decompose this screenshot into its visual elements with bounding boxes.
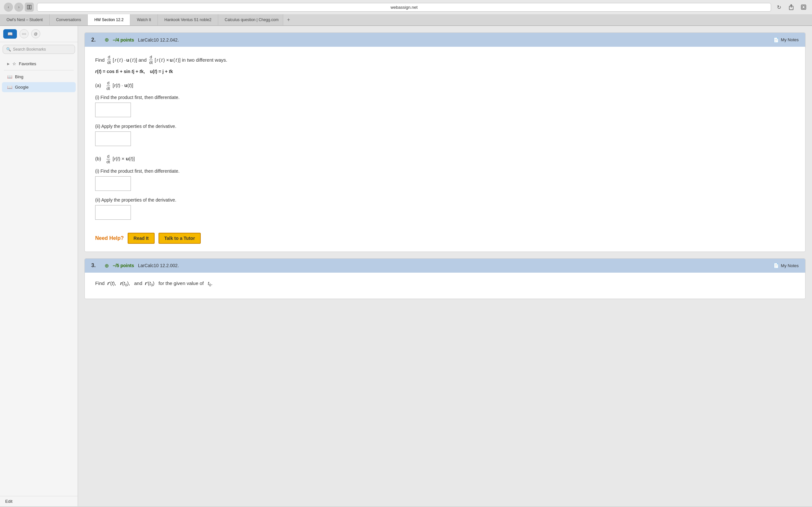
sidebar-item-bing[interactable]: 📖 Bing [2, 72, 76, 82]
part-b-ii-label: (ii) Apply the properties of the derivat… [95, 198, 795, 203]
sidebar-item-google-label: Google [15, 85, 29, 90]
part-b-label: (b) ddt [r(t) × u(t)] [95, 154, 795, 164]
fraction-d-dt-1: ddt [107, 55, 111, 65]
question-3-body: Find r′(t), r(t0), and r′(t0) for the gi… [85, 273, 805, 299]
part-a-i-label: (i) Find the product first, then differe… [95, 95, 795, 100]
address-bar[interactable]: webassign.net [37, 3, 771, 12]
need-help-section: Need Help? Read It Talk to a Tutor [85, 228, 805, 251]
tab-watch-it[interactable]: Watch It [130, 14, 158, 25]
nav-buttons: ‹ › [4, 3, 34, 12]
svg-rect-0 [27, 5, 29, 9]
sidebar: 📖 ○○ @ 🔍 Search Bookmarks ▶ ☆ Favorites … [0, 26, 78, 506]
question-3-points: –/5 points [113, 263, 134, 268]
need-help-label: Need Help? [95, 235, 124, 241]
question-3-my-notes-label: My Notes [781, 263, 799, 268]
talk-to-tutor-button[interactable]: Talk to a Tutor [158, 233, 201, 244]
notes-page-icon: 📄 [773, 37, 779, 43]
browser-chrome: ‹ › webassign.net ↻ Owl's Nest – Student… [0, 0, 812, 26]
part-a-ii-input[interactable] [95, 131, 131, 146]
question-2-number: 2. [91, 37, 96, 43]
browser-toolbar: ‹ › webassign.net ↻ [0, 0, 812, 14]
back-button[interactable]: ‹ [4, 3, 13, 12]
search-bookmarks-container: 🔍 Search Bookmarks [3, 45, 75, 54]
at-button[interactable]: @ [31, 29, 40, 38]
sidebar-item-bing-label: Bing [15, 74, 23, 79]
question-3-number: 3. [91, 263, 96, 269]
share-button[interactable] [786, 3, 796, 12]
question-2-label: LarCalc10 12.2.042. [138, 37, 179, 43]
question-3-intro: Find r′(t), r(t0), and r′(t0) for the gi… [95, 280, 795, 287]
part-b-i-input[interactable] [95, 176, 131, 191]
svg-rect-3 [801, 5, 806, 9]
question-2-my-notes-label: My Notes [781, 37, 799, 42]
question-2-points: –/4 points [113, 37, 134, 43]
star-icon: ☆ [12, 61, 16, 66]
search-bookmarks-label[interactable]: Search Bookmarks [13, 47, 46, 52]
question-2-block: 2. ⊕ –/4 points LarCalc10 12.2.042. 📄 My… [85, 33, 806, 252]
tab-owls-nest[interactable]: Owl's Nest – Student [0, 14, 50, 25]
expand-button[interactable] [799, 3, 808, 12]
part-b-frac: ddt [106, 154, 111, 164]
plus-points-icon-3: ⊕ [105, 263, 109, 269]
sidebar-item-favorites[interactable]: ▶ ☆ Favorites [2, 59, 76, 69]
main-layout: 📖 ○○ @ 🔍 Search Bookmarks ▶ ☆ Favorites … [0, 26, 812, 506]
reading-list-button[interactable]: ○○ [19, 29, 29, 38]
sidebar-section: ▶ ☆ Favorites 📖 Bing 📖 Google [0, 56, 78, 95]
part-b-i-label: (i) Find the product first, then differe… [95, 168, 795, 174]
reload-button[interactable]: ↻ [774, 3, 783, 12]
question-3-header: 3. ⊕ –/5 points LarCalc10 12.2.002. 📄 My… [85, 259, 805, 273]
read-it-button[interactable]: Read It [128, 233, 155, 244]
sidebar-item-favorites-label: Favorites [19, 61, 36, 66]
notes-page-icon-3: 📄 [773, 263, 779, 268]
part-a-ii-label: (ii) Apply the properties of the derivat… [95, 124, 795, 129]
question-3-my-notes-button[interactable]: 📄 My Notes [773, 263, 799, 268]
question-2-body: Find ddt [r(t) · u(t)] and ddt [r(t) × u… [85, 47, 805, 228]
forward-button[interactable]: › [14, 3, 23, 12]
new-tab-button[interactable]: + [283, 14, 294, 25]
question-3-label: LarCalc10 12.2.002. [138, 263, 179, 268]
question-2-my-notes-button[interactable]: 📄 My Notes [773, 37, 799, 43]
sidebar-separator-1 [4, 70, 74, 70]
given-equations: r(t) = cos ti + sin tj + tk, u(t) = j + … [95, 69, 795, 74]
question-2-header: 2. ⊕ –/4 points LarCalc10 12.2.042. 📄 My… [85, 33, 805, 47]
edit-button[interactable]: Edit [0, 496, 78, 506]
bookmarks-tab-button[interactable]: 📖 [3, 29, 17, 39]
question-2-intro: Find ddt [r(t) · u(t)] and ddt [r(t) × u… [95, 55, 795, 65]
plus-points-icon: ⊕ [105, 37, 109, 43]
sidebar-arrow-favorites: ▶ [7, 62, 10, 66]
question-3-block: 3. ⊕ –/5 points LarCalc10 12.2.002. 📄 My… [85, 259, 806, 299]
tab-hw-section[interactable]: HW Section 12.2 [88, 14, 130, 25]
tab-conversations[interactable]: Conversations [50, 14, 88, 25]
fraction-d-dt-2: ddt [148, 55, 153, 65]
tabs-bar: Owl's Nest – Student Conversations HW Se… [0, 14, 812, 25]
tab-chegg[interactable]: Calculus question | Chegg.com [218, 14, 283, 25]
layout-button[interactable] [25, 3, 34, 12]
main-content: 2. ⊕ –/4 points LarCalc10 12.2.042. 📄 My… [78, 26, 812, 506]
search-icon: 🔍 [6, 47, 11, 52]
svg-rect-1 [30, 5, 31, 9]
part-a-label: (a) ddt [r(t) · u(t)] [95, 80, 795, 91]
book-icon-bing: 📖 [7, 74, 12, 79]
sidebar-toolbar: 📖 ○○ @ [0, 26, 78, 42]
part-a-i-input[interactable] [95, 103, 131, 117]
sidebar-item-google[interactable]: 📖 Google [2, 82, 76, 92]
part-a-frac: ddt [106, 80, 111, 91]
part-b-ii-input[interactable] [95, 205, 131, 220]
svg-rect-4 [802, 6, 805, 8]
book-icon-google: 📖 [7, 85, 12, 90]
address-text: webassign.net [391, 5, 417, 10]
tab-hankook[interactable]: Hankook Ventus S1 noble2 [158, 14, 218, 25]
